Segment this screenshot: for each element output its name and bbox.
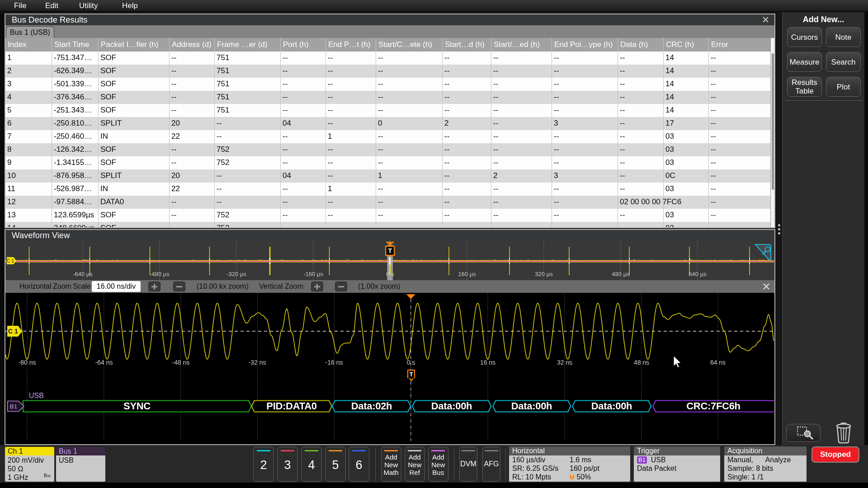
svg-text:PID:DATA0: PID:DATA0 bbox=[266, 400, 316, 412]
svg-text:Data:00h: Data:00h bbox=[431, 400, 472, 412]
svg-text:B1: B1 bbox=[10, 403, 18, 410]
svg-text:SYNC: SYNC bbox=[123, 400, 151, 412]
svg-text:Data:02h: Data:02h bbox=[351, 400, 392, 412]
svg-text:Data:00h: Data:00h bbox=[511, 400, 552, 412]
svg-text:Data:00h: Data:00h bbox=[591, 400, 632, 412]
svg-text:T: T bbox=[388, 247, 392, 254]
svg-text:CRC:7FC6h: CRC:7FC6h bbox=[686, 400, 741, 412]
svg-text:C 1: C 1 bbox=[8, 328, 18, 335]
svg-text:C 1: C 1 bbox=[7, 258, 14, 263]
svg-text:T: T bbox=[409, 371, 413, 378]
svg-text:T: T bbox=[571, 474, 574, 479]
